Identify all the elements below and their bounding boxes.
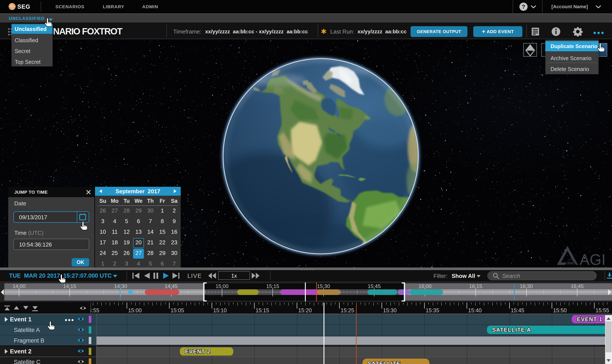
svg-text:15:15: 15:15 (256, 307, 269, 313)
svg-text:15:10: 15:10 (213, 307, 227, 313)
svg-text:EVENT 2: EVENT 2 (185, 348, 210, 354)
svg-text:14:00: 14:00 (13, 283, 26, 289)
svg-text:SATELLITE: SATELLITE (368, 361, 401, 364)
svg-text:15:00: 15:00 (216, 283, 229, 289)
svg-text:16:15: 16:15 (469, 283, 482, 289)
svg-text:16:30: 16:30 (520, 283, 533, 289)
svg-text:15:55: 15:55 (596, 307, 609, 313)
svg-text:15:15: 15:15 (266, 283, 279, 289)
svg-text:15:35: 15:35 (426, 307, 439, 313)
svg-text:SATELLITE A: SATELLITE A (492, 327, 531, 333)
svg-text:15:50: 15:50 (553, 307, 567, 313)
svg-text:14:45: 14:45 (165, 283, 178, 289)
svg-text:15:20: 15:20 (298, 307, 312, 313)
svg-text:15:00: 15:00 (128, 307, 142, 313)
svg-text:15:05: 15:05 (170, 307, 184, 313)
svg-text:15:45: 15:45 (368, 283, 381, 289)
svg-text:14:30: 14:30 (114, 283, 127, 289)
svg-text:AGI: AGI (580, 251, 606, 268)
svg-text:15:25: 15:25 (341, 307, 354, 313)
svg-text:14:15: 14:15 (63, 283, 76, 289)
svg-text:EVENT 1: EVENT 1 (577, 316, 602, 322)
svg-text:?: ? (522, 3, 525, 10)
svg-text:15:30: 15:30 (383, 307, 397, 313)
svg-text:15:40: 15:40 (468, 307, 482, 313)
svg-text:15:45: 15:45 (511, 307, 524, 313)
svg-text:16:00: 16:00 (418, 283, 431, 289)
svg-text:15:30: 15:30 (317, 283, 330, 289)
svg-text:16:45: 16:45 (571, 283, 584, 289)
